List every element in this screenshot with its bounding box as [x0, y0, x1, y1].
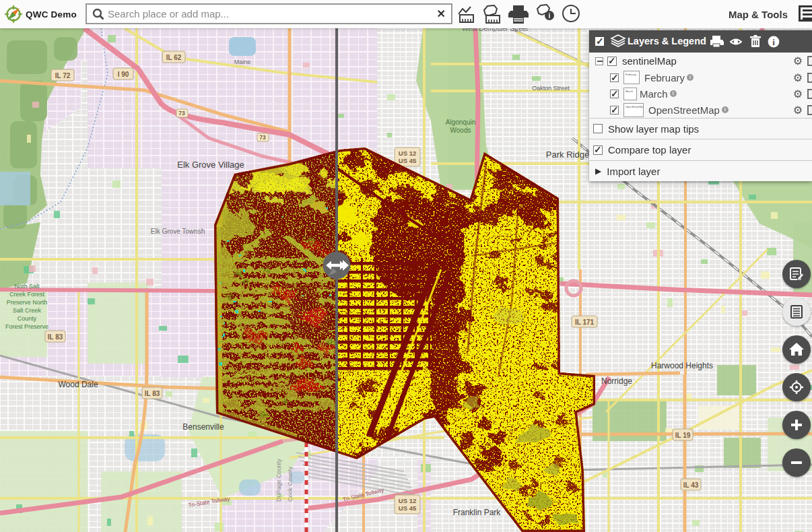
svg-text:US 45: US 45 [399, 504, 417, 512]
svg-text:Wood Dale: Wood Dale [58, 380, 98, 389]
svg-text:i: i [772, 37, 775, 47]
svg-text:Bensenville: Bensenville [182, 422, 224, 432]
svg-text:Salt Creek: Salt Creek [13, 307, 42, 314]
svg-text:IL 43: IL 43 [683, 481, 699, 489]
svg-text:IL 72: IL 72 [55, 72, 71, 79]
svg-text:US 12: US 12 [399, 149, 416, 157]
svg-text:IL 19: IL 19 [675, 432, 691, 439]
svg-text:Preserve North: Preserve North [7, 299, 48, 306]
svg-text:Creek Forest: Creek Forest [9, 291, 45, 298]
svg-text:Elk Grove Townsh: Elk Grove Townsh [151, 228, 205, 235]
svg-text:IL 83: IL 83 [48, 333, 63, 341]
svg-text:Forest Preserve: Forest Preserve [5, 323, 48, 330]
svg-text:Cook County: Cook County [287, 466, 294, 502]
svg-text:I 90: I 90 [118, 71, 129, 78]
svg-text:Oakton Street: Oakton Street [532, 85, 570, 92]
svg-text:Franklin Park: Franklin Park [453, 508, 502, 517]
svg-text:IL 83: IL 83 [145, 390, 160, 397]
svg-text:US 12: US 12 [399, 497, 416, 504]
svg-text:Park Ridge: Park Ridge [546, 149, 589, 160]
svg-text:Maine: Maine [234, 59, 251, 65]
svg-text:Harwood Heights: Harwood Heights [651, 361, 713, 370]
svg-text:County: County [18, 315, 37, 322]
svg-text:Elk Grove Village: Elk Grove Village [177, 160, 244, 170]
svg-text:US 45: US 45 [399, 157, 417, 164]
svg-text:IL 171: IL 171 [575, 319, 595, 326]
svg-text:73: 73 [178, 110, 185, 117]
svg-text:73: 73 [259, 134, 266, 141]
svg-text:i: i [549, 12, 551, 20]
svg-text:Noth Salt: Noth Salt [14, 283, 40, 290]
svg-text:Norridge: Norridge [601, 376, 632, 386]
svg-text:Woods: Woods [450, 127, 471, 134]
svg-text:Algonquin: Algonquin [446, 119, 475, 126]
svg-text:IL 62: IL 62 [166, 54, 182, 61]
svg-text:DuPage County: DuPage County [275, 459, 282, 502]
